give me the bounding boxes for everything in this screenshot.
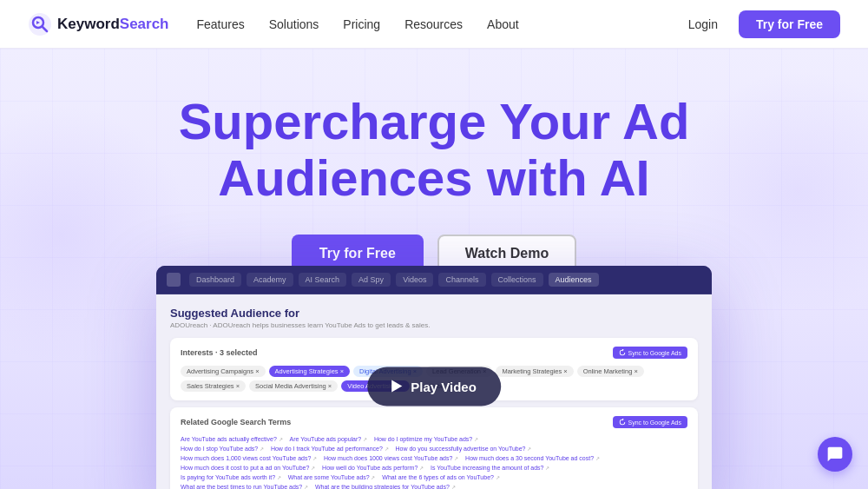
play-overlay: Play Video [367,367,501,406]
toolbar-tab-videos[interactable]: Videos [396,273,433,287]
logo-icon [28,12,52,36]
kw-row-2: How do I stop YouTube ads? How do I trac… [181,445,687,453]
toolbar-tab-dashboard[interactable]: Dashboard [189,273,241,287]
hero-section: Supercharge Your Ad Audiences with AI Tr… [0,49,868,273]
navbar: KeywordSearch Features Solutions Pricing… [0,0,868,49]
search-terms-card: Related Google Search Terms Sync to Goog… [170,407,698,489]
app-toolbar: Dashboard Academy AI Search Ad Spy Video… [156,266,712,294]
app-preview: Dashboard Academy AI Search Ad Spy Video… [156,266,712,489]
hero-title-line2: Audiences with AI [179,150,690,207]
kw-16[interactable]: What are the best times to run YouTube a… [181,483,308,489]
kw-1[interactable]: Are YouTube ads actually effective? [181,435,283,443]
chat-icon [826,446,844,463]
tag-sales-strategies[interactable]: Sales Strategies × [181,380,246,392]
hero-title: Supercharge Your Ad Audiences with AI [179,94,690,207]
kw-5[interactable]: How do I track YouTube ad performance? [271,445,389,453]
interests-header: Interests · 3 selected Sync to Google Ad… [181,347,687,359]
kw-row-1: Are YouTube ads actually effective? Are … [181,435,687,443]
play-icon [391,380,402,393]
search-toolbar-icon [167,273,181,287]
chat-bubble[interactable] [818,437,852,472]
kw-10[interactable]: How much does it cost to put a ad on You… [181,464,315,472]
kw-15[interactable]: What are the 6 types of ads on YouTube? [382,473,499,481]
kw-9[interactable]: How much does a 30 second YouTube ad cos… [465,454,600,462]
suggested-sub: ADOUreach · ADOUreach helps businesses l… [170,321,698,329]
nav-actions: Login Try for Free [678,10,840,38]
nav-solutions[interactable]: Solutions [269,17,319,31]
logo-text: KeywordSearch [57,16,169,33]
kw-4[interactable]: How do I stop YouTube ads? [181,445,264,453]
nav-pricing[interactable]: Pricing [343,17,380,31]
kw-13[interactable]: Is paying for YouTube ads worth it? [181,473,281,481]
kw-14[interactable]: What are some YouTube ads? [288,473,376,481]
kw-11[interactable]: How well do YouTube ads perform? [322,464,424,472]
interests-actions: Sync to Google Ads [613,347,687,359]
hero-title-line1: Supercharge Your Ad [179,93,690,149]
tag-online-marketing[interactable]: Online Marketing × [577,366,644,377]
sync-search-terms-btn[interactable]: Sync to Google Ads [613,416,687,428]
sync-icon [619,349,626,356]
kw-row-4: How much does it cost to put a ad on You… [181,464,687,472]
kw-12[interactable]: Is YouTube increasing the amount of ads? [431,464,549,472]
sync-search-icon [619,419,626,426]
suggested-title: Suggested Audience for [170,307,698,320]
nav-about[interactable]: About [487,17,519,31]
kw-6[interactable]: How do you successfully advertise on You… [396,445,532,453]
kw-row-6: What are the best times to run YouTube a… [181,483,687,489]
play-video-button[interactable]: Play Video [367,367,501,406]
kw-row-3: How much does 1,000 views cost YouTube a… [181,454,687,462]
search-terms-header: Related Google Search Terms Sync to Goog… [181,416,687,428]
toolbar-tab-channels[interactable]: Channels [438,273,485,287]
toolbar-tab-collections[interactable]: Collections [491,273,543,287]
svg-point-0 [29,13,51,36]
tag-advertising-campaigns[interactable]: Advertising Campaigns × [181,366,266,377]
nav-features[interactable]: Features [197,17,245,31]
sync-google-ads-btn[interactable]: Sync to Google Ads [613,347,687,359]
kw-2[interactable]: Are YouTube ads popular? [290,435,367,443]
login-button[interactable]: Login [678,12,728,36]
kw-8[interactable]: How much does 1000 views cost YouTube ad… [324,454,458,462]
toolbar-tab-ad-spy[interactable]: Ad Spy [352,273,391,287]
nav-resources[interactable]: Resources [404,17,463,31]
toolbar-tab-audiences[interactable]: Audiences [549,273,599,287]
toolbar-tab-academy[interactable]: Academy [247,273,293,287]
keyword-rows: Are YouTube ads actually effective? Are … [181,435,687,489]
app-window: Dashboard Academy AI Search Ad Spy Video… [156,266,712,489]
toolbar-tab-ai-search[interactable]: AI Search [299,273,347,287]
toolbar-tabs: Dashboard Academy AI Search Ad Spy Video… [189,273,599,287]
kw-7[interactable]: How much does 1,000 views cost YouTube a… [181,454,317,462]
kw-17[interactable]: What are the building strategies for You… [315,483,456,489]
try-free-nav-button[interactable]: Try for Free [739,10,840,38]
tag-advertising-strategies[interactable]: Advertising Strategies × [269,366,350,377]
kw-row-5: Is paying for YouTube ads worth it? What… [181,473,687,481]
tag-marketing-strategies[interactable]: Marketing Strategies × [496,366,573,377]
logo[interactable]: KeywordSearch [28,12,169,36]
tag-social-media[interactable]: Social Media Advertising × [249,380,338,392]
interests-label: Interests · 3 selected [181,348,258,357]
search-terms-label: Related Google Search Terms [181,418,291,426]
nav-links: Features Solutions Pricing Resources Abo… [197,17,678,31]
kw-3[interactable]: How do I optimize my YouTube ads? [374,435,478,443]
